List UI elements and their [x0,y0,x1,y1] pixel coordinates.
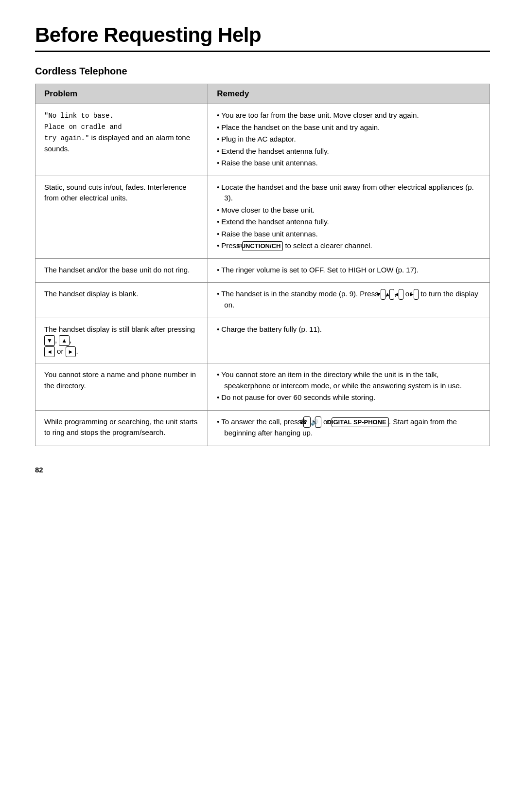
digital-sp-phone-key: DIGITAL SP-PHONE [332,417,388,427]
remedy-item: The ringer volume is set to OFF. Set to … [217,265,481,276]
remedy-cell: Locate the handset and the base unit awa… [208,176,490,258]
remedy-cell: The ringer volume is set to OFF. Set to … [208,258,490,283]
problem-cell: Static, sound cuts in/out, fades. Interf… [35,176,208,258]
col-remedy-header: Remedy [208,84,490,104]
nav-right-icon: ► [66,346,76,357]
remedy-item: Do not pause for over 60 seconds while s… [217,392,481,403]
remedy-item: You cannot store an item in the director… [217,369,481,391]
page-title: Before Requesting Help [35,23,490,47]
problem-text: The handset and/or the base unit do not … [44,266,190,274]
remedy-item: Extend the handset antenna fully. [217,146,481,157]
remedy-item: To answer the call, press ☎, 🔊 or DIGITA… [217,416,481,439]
remedy-item: Raise the base unit antennas. [217,158,481,169]
problem-cell: You cannot store a name and phone number… [35,363,208,411]
remedy-item: Extend the handset antenna fully. [217,217,481,228]
remedy-cell: Charge the battery fully (p. 11). [208,318,490,363]
remedy-item: Place the handset on the base unit and t… [217,122,481,133]
table-row: The handset display is still blank after… [35,318,490,363]
remedy-item: Plug in the AC adaptor. [217,134,481,145]
remedy-list: The handset is in the standby mode (p. 9… [217,289,481,311]
problem-text: The handset display is still blank after… [44,325,195,356]
problem-text: While programming or searching, the unit… [44,417,197,437]
problem-text: You cannot store a name and phone number… [44,370,196,390]
phone-icon: ☎ [303,416,311,428]
table-row: The handset display is blank. The handse… [35,283,490,318]
remedy-item: You are too far from the base unit. Move… [217,110,481,121]
nav-down-icon: ▼ [44,335,55,346]
nav-right-icon: ► [414,289,419,300]
remedy-list: You cannot store an item in the director… [217,369,481,403]
problem-cell: The handset display is blank. [35,283,208,318]
remedy-item: The handset is in the standby mode (p. 9… [217,289,481,311]
remedy-item: Press FUNCTION/CH to select a clearer ch… [217,240,481,252]
col-problem-header: Problem [35,84,208,104]
problem-text: The handset display is blank. [44,289,138,298]
remedy-cell: The handset is in the standby mode (p. 9… [208,283,490,318]
help-table: Problem Remedy "No link to base.Place on… [35,84,490,446]
section-heading: Cordless Telephone [35,66,490,77]
problem-cell: While programming or searching, the unit… [35,410,208,446]
table-row: The handset and/or the base unit do not … [35,258,490,283]
remedy-item: Raise the base unit antennas. [217,229,481,240]
nav-up-icon: ▲ [59,335,70,346]
remedy-cell: You cannot store an item in the director… [208,363,490,411]
page-number: 82 [35,466,490,474]
table-row: You cannot store a name and phone number… [35,363,490,411]
remedy-item: Locate the handset and the base unit awa… [217,182,481,204]
remedy-list: To answer the call, press ☎, 🔊 or DIGITA… [217,416,481,439]
remedy-cell: You are too far from the base unit. Move… [208,104,490,176]
nav-left-icon: ◄ [399,289,403,300]
problem-cell: "No link to base.Place on cradle andtry … [35,104,208,176]
remedy-list: Locate the handset and the base unit awa… [217,182,481,252]
problem-text: Static, sound cuts in/out, fades. Interf… [44,183,187,202]
function-ch-key: FUNCTION/CH [242,241,283,251]
remedy-list: Charge the battery fully (p. 11). [217,324,481,335]
remedy-item: Move closer to the base unit. [217,205,481,216]
nav-left-icon: ◄ [44,346,55,357]
problem-cell: The handset and/or the base unit do not … [35,258,208,283]
speaker-icon: 🔊 [315,416,321,428]
problem-cell: The handset display is still blank after… [35,318,208,363]
title-rule [35,51,490,52]
remedy-cell: To answer the call, press ☎, 🔊 or DIGITA… [208,410,490,446]
remedy-item: Charge the battery fully (p. 11). [217,324,481,335]
table-row: While programming or searching, the unit… [35,410,490,446]
table-row: Static, sound cuts in/out, fades. Interf… [35,176,490,258]
table-row: "No link to base.Place on cradle andtry … [35,104,490,176]
remedy-list: You are too far from the base unit. Move… [217,110,481,169]
remedy-list: The ringer volume is set to OFF. Set to … [217,265,481,276]
